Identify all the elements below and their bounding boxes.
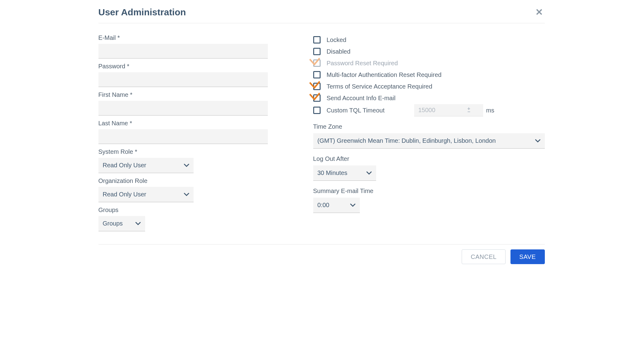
tql-timeout-input-wrap: + − (414, 104, 483, 116)
org-role-label: Organization Role (98, 177, 301, 184)
last-name-label: Last Name * (98, 120, 301, 127)
first-name-field-group: First Name * (98, 91, 301, 116)
locked-checkbox[interactable] (313, 36, 321, 44)
password-label: Password * (98, 63, 301, 70)
summary-select[interactable]: 0:00 (313, 198, 360, 213)
groups-select[interactable]: Groups (98, 216, 145, 231)
logout-label: Log Out After (313, 155, 545, 162)
chevron-down-icon (535, 139, 541, 143)
system-role-value: Read Only User (103, 162, 146, 169)
timezone-select[interactable]: (GMT) Greenwich Mean Time: Dublin, Edinb… (313, 133, 545, 149)
user-admin-dialog: User Administration ✕ E-Mail * Password … (98, 0, 545, 270)
quantity-stepper[interactable]: + − (468, 107, 470, 113)
dialog-body: E-Mail * Password * First Name * Last Na… (98, 23, 545, 245)
groups-label: Groups (98, 207, 301, 214)
minus-icon: − (468, 110, 470, 113)
tos-row: Terms of Service Acceptance Required (313, 81, 545, 92)
right-column: Locked Disabled Password Reset Required … (313, 34, 545, 236)
email-field-group: E-Mail * (98, 34, 301, 59)
dialog-header: User Administration ✕ (98, 0, 545, 23)
password-reset-checkbox (313, 59, 321, 67)
timezone-field-group: Time Zone (GMT) Greenwich Mean Time: Dub… (313, 123, 545, 149)
logout-value: 30 Minutes (318, 169, 348, 176)
dialog-title: User Administration (98, 7, 186, 17)
email-input[interactable] (98, 44, 268, 59)
tos-label: Terms of Service Acceptance Required (327, 83, 433, 90)
timezone-value: (GMT) Greenwich Mean Time: Dublin, Edinb… (318, 137, 496, 144)
tql-checkbox[interactable] (313, 107, 321, 114)
tql-row: Custom TQL Timeout + − ms (313, 104, 545, 116)
send-email-checkbox[interactable] (313, 94, 321, 102)
locked-label: Locked (327, 36, 347, 44)
cancel-button[interactable]: CANCEL (462, 249, 505, 264)
logout-select[interactable]: 30 Minutes (313, 165, 376, 181)
system-role-label: System Role * (98, 148, 301, 155)
groups-value: Groups (103, 220, 123, 227)
mfa-reset-label: Multi-factor Authentication Reset Requir… (327, 71, 442, 78)
password-reset-label: Password Reset Required (327, 60, 398, 67)
password-reset-row: Password Reset Required (313, 58, 545, 69)
tql-unit: ms (486, 107, 495, 114)
password-input[interactable] (98, 72, 268, 87)
last-name-field-group: Last Name * (98, 120, 301, 144)
chevron-down-icon (350, 203, 356, 207)
timezone-label: Time Zone (313, 123, 545, 130)
org-role-value: Read Only User (103, 191, 146, 198)
first-name-label: First Name * (98, 91, 301, 98)
email-label: E-Mail * (98, 34, 301, 41)
left-column: E-Mail * Password * First Name * Last Na… (98, 34, 313, 236)
summary-value: 0:00 (318, 202, 329, 209)
disabled-row: Disabled (313, 46, 545, 57)
first-name-input[interactable] (98, 101, 268, 116)
system-role-field-group: System Role * Read Only User (98, 148, 301, 173)
org-role-field-group: Organization Role Read Only User (98, 177, 301, 202)
last-name-input[interactable] (98, 129, 268, 144)
send-email-label: Send Account Info E-mail (327, 95, 396, 102)
disabled-label: Disabled (327, 48, 351, 55)
save-button[interactable]: SAVE (510, 249, 545, 264)
chevron-down-icon (184, 164, 189, 167)
org-role-select[interactable]: Read Only User (98, 187, 194, 202)
password-field-group: Password * (98, 63, 301, 87)
locked-row: Locked (313, 34, 545, 45)
chevron-down-icon (184, 193, 189, 196)
close-icon[interactable]: ✕ (535, 7, 545, 17)
mfa-reset-row: Multi-factor Authentication Reset Requir… (313, 69, 545, 80)
tql-timeout-input[interactable] (418, 107, 468, 114)
chevron-down-icon (135, 222, 141, 226)
system-role-select[interactable]: Read Only User (98, 158, 194, 173)
send-email-row: Send Account Info E-mail (313, 93, 545, 104)
tql-label: Custom TQL Timeout (327, 107, 385, 114)
logout-field-group: Log Out After 30 Minutes (313, 155, 545, 181)
dialog-footer: CANCEL SAVE (98, 245, 545, 270)
summary-label: Summary E-mail Time (313, 188, 545, 195)
groups-field-group: Groups Groups (98, 207, 301, 231)
chevron-down-icon (366, 171, 372, 175)
summary-field-group: Summary E-mail Time 0:00 (313, 188, 545, 213)
